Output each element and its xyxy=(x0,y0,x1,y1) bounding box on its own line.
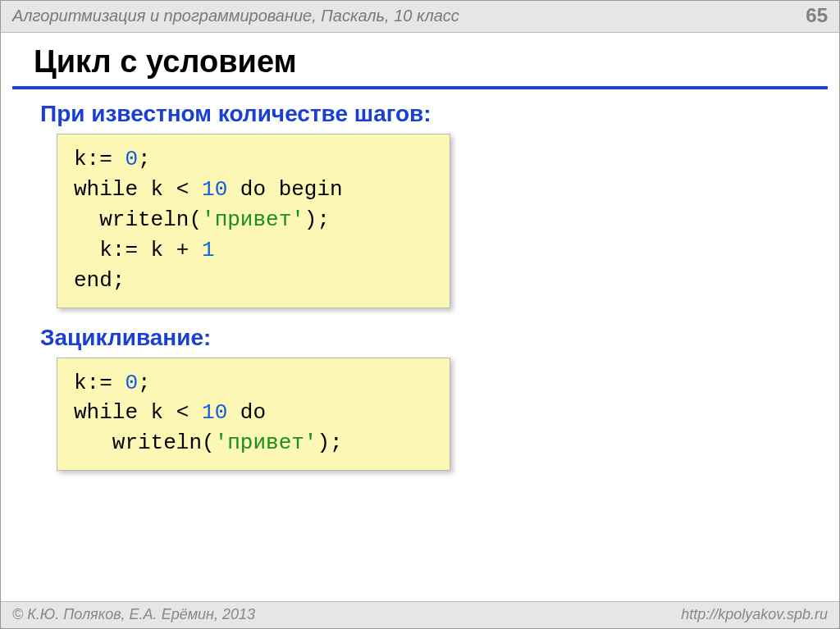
code-text: ); xyxy=(304,207,330,232)
code-text: while k < xyxy=(74,400,202,425)
code-number: 10 xyxy=(202,177,227,202)
copyright: © К.Ю. Поляков, Е.А. Ерёмин, 2013 xyxy=(12,606,255,623)
code-block-infinite-loop: k:= 0; while k < 10 do writeln('привет')… xyxy=(57,358,450,472)
code-text: end; xyxy=(74,268,125,293)
code-text: ); xyxy=(317,431,342,455)
code-number: 0 xyxy=(125,147,138,171)
code-text: do xyxy=(227,400,266,425)
header-bar: Алгоритмизация и программирование, Паска… xyxy=(1,1,839,33)
code-number: 10 xyxy=(202,400,227,425)
subheading-infinite-loop: Зацикливание: xyxy=(40,325,806,351)
content: При известном количестве шагов: k:= 0; w… xyxy=(1,89,839,601)
code-string: 'привет' xyxy=(202,207,304,232)
code-text: k:= xyxy=(74,147,125,171)
code-text: do begin xyxy=(227,177,342,202)
footer-url: http://kpolyakov.spb.ru xyxy=(681,606,828,623)
footer-bar: © К.Ю. Поляков, Е.А. Ерёмин, 2013 http:/… xyxy=(1,601,839,628)
code-block-known-steps: k:= 0; while k < 10 do begin writeln('пр… xyxy=(57,134,450,308)
page-number: 65 xyxy=(806,4,828,27)
code-text: writeln( xyxy=(74,207,202,232)
code-text: writeln( xyxy=(74,431,215,455)
code-number: 1 xyxy=(202,238,215,262)
slide-title: Цикл с условием xyxy=(1,33,839,86)
course-title: Алгоритмизация и программирование, Паска… xyxy=(12,7,459,25)
slide: Алгоритмизация и программирование, Паска… xyxy=(0,0,840,629)
code-string: 'привет' xyxy=(215,431,317,455)
code-text: ; xyxy=(138,371,151,395)
code-text: while k < xyxy=(74,177,202,202)
subheading-known-steps: При известном количестве шагов: xyxy=(40,101,806,127)
code-text: k:= xyxy=(74,371,125,395)
code-number: 0 xyxy=(125,371,138,395)
code-text: ; xyxy=(138,147,151,171)
code-text: k:= k + xyxy=(74,238,202,262)
